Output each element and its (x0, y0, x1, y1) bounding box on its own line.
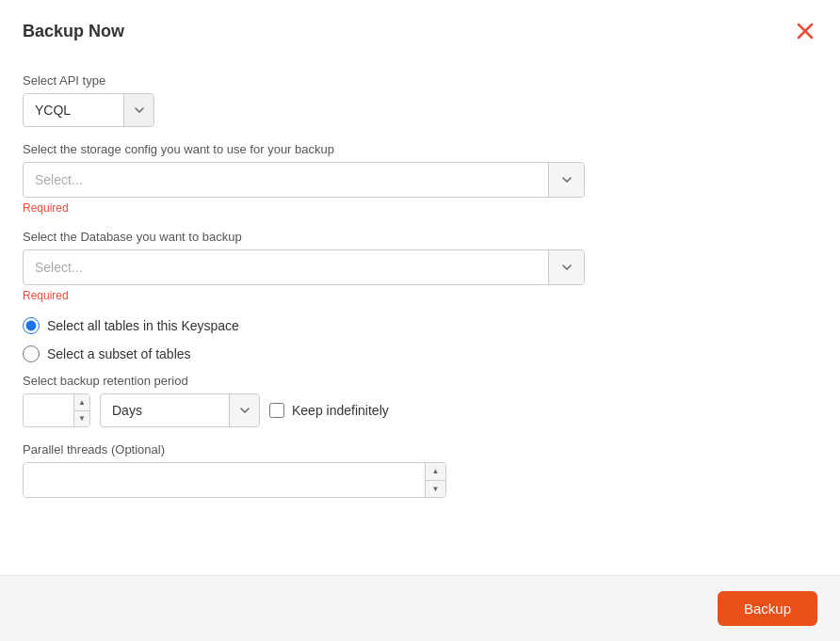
radio-subset-tables[interactable]: Select a subset of tables (23, 345, 817, 362)
modal-title: Backup Now (23, 22, 124, 41)
modal-overlay: Backup Now Select API type YCQL (0, 0, 840, 641)
retention-period-select[interactable]: Days (100, 393, 260, 427)
parallel-spinner-up-button[interactable]: ▲ (426, 463, 445, 481)
modal-body: Select API type YCQL Select the storage … (0, 58, 840, 575)
parallel-threads-input-wrapper: 8 ▲ ▼ (23, 462, 446, 498)
parallel-spinner-down-button[interactable]: ▼ (426, 481, 445, 498)
storage-config-required: Required (23, 201, 817, 215)
keep-indefinitely-label: Keep indefinitely (292, 403, 389, 418)
api-type-arrow (123, 94, 153, 126)
api-type-label: Select API type (23, 73, 817, 88)
parallel-spinner-arrows: ▲ ▼ (425, 463, 445, 497)
storage-config-select[interactable]: Select... (23, 162, 585, 198)
storage-config-label: Select the storage config you want to us… (23, 142, 817, 156)
database-arrow (548, 250, 584, 284)
radio-subset-tables-input[interactable] (23, 345, 40, 362)
database-required: Required (23, 289, 817, 302)
retention-number-spinner: 1 ▲ ▼ (23, 393, 90, 427)
storage-config-arrow (548, 163, 584, 197)
parallel-threads-label: Parallel threads (Optional) (23, 442, 817, 457)
close-icon (797, 23, 814, 40)
radio-subset-tables-label: Select a subset of tables (47, 346, 191, 361)
radio-all-tables-input[interactable] (23, 317, 40, 334)
storage-config-group: Select the storage config you want to us… (23, 142, 817, 215)
keep-indefinitely-checkbox[interactable] (269, 403, 284, 418)
modal-footer: Backup (0, 575, 840, 641)
backup-button[interactable]: Backup (718, 591, 817, 626)
keep-indefinitely-group: Keep indefinitely (269, 403, 389, 418)
chevron-down-icon (240, 408, 250, 413)
chevron-down-icon (562, 177, 572, 183)
retention-period-arrow (229, 394, 259, 426)
chevron-down-icon (562, 264, 572, 270)
radio-all-tables-label: Select all tables in this Keyspace (47, 318, 239, 333)
chevron-down-icon (135, 107, 144, 113)
close-button[interactable] (793, 19, 817, 43)
retention-number-input[interactable]: 1 (24, 394, 73, 426)
database-label: Select the Database you want to backup (23, 230, 817, 244)
database-group: Select the Database you want to backup S… (23, 230, 817, 302)
retention-period-value: Days (101, 403, 229, 418)
database-select[interactable]: Select... (23, 249, 585, 285)
spinner-down-button[interactable]: ▼ (74, 411, 89, 427)
retention-label: Select backup retention period (23, 374, 817, 388)
spinner-up-button[interactable]: ▲ (74, 394, 89, 411)
modal-header: Backup Now (0, 0, 840, 58)
api-type-select[interactable]: YCQL (23, 93, 154, 127)
retention-group: Select backup retention period 1 ▲ ▼ Day… (23, 374, 817, 427)
api-type-group: Select API type YCQL (23, 73, 817, 127)
database-placeholder: Select... (24, 260, 548, 275)
parallel-threads-input[interactable]: 8 (24, 463, 425, 497)
parallel-threads-group: Parallel threads (Optional) 8 ▲ ▼ (23, 442, 817, 498)
retention-row: 1 ▲ ▼ Days (23, 393, 817, 427)
radio-all-tables[interactable]: Select all tables in this Keyspace (23, 317, 817, 334)
spinner-arrows: ▲ ▼ (73, 394, 89, 426)
api-type-value: YCQL (24, 103, 123, 118)
storage-config-placeholder: Select... (24, 172, 548, 187)
modal: Backup Now Select API type YCQL (0, 0, 840, 641)
table-selection-group: Select all tables in this Keyspace Selec… (23, 317, 817, 362)
